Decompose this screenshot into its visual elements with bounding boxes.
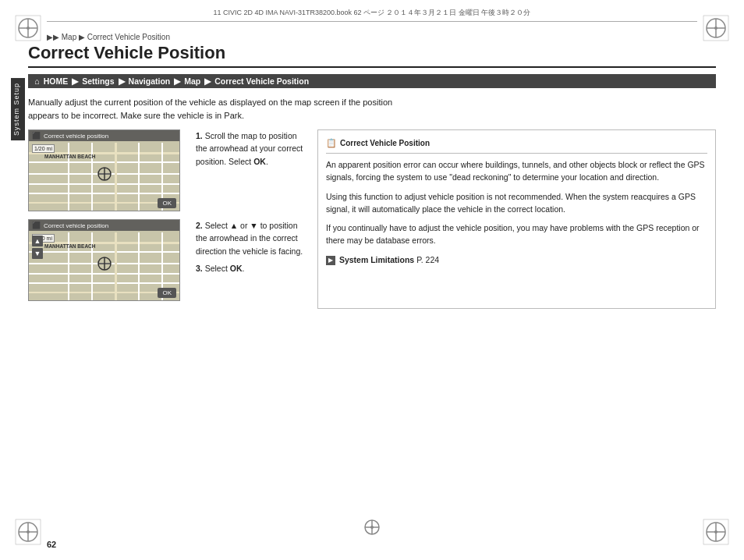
page-number: 62	[47, 540, 56, 549]
map-ok-button-1[interactable]: OK	[158, 198, 176, 208]
step-1-text-area: 1. Scroll the map to position the arrowh…	[196, 129, 305, 172]
system-limitations-link[interactable]: System Limitations	[339, 255, 414, 264]
note-paragraph-1: An apparent position error can occur whe…	[326, 158, 707, 184]
nav-path-bar: ⌂ HOME ▶ Settings ▶ Navigation ▶ Map ▶ C…	[28, 74, 716, 88]
note-box: 📋 Correct Vehicle Position An apparent p…	[317, 129, 716, 309]
nav-home-label: HOME	[44, 76, 69, 86]
page-header-meta: 11 CIVIC 2D 4D IMA NAVI-31TR38200.book 6…	[47, 8, 697, 22]
map-location-label-1: MANHATTAN BEACH	[44, 154, 95, 159]
note-paragraph-3: If you continually have to adjust the ve…	[326, 222, 707, 247]
step-2-3-text-area: 2. Select ▲ or ▼ to position the arrowhe…	[196, 219, 305, 279]
arrow-up-btn[interactable]: ▲	[32, 236, 43, 246]
main-content: Correct Vehicle Position ⌂ HOME ▶ Settin…	[28, 43, 716, 532]
nav-step-4: Correct Vehicle Position	[214, 76, 309, 86]
side-label: System Setup	[11, 78, 25, 140]
map-arrow-controls: ▲ ▼	[32, 236, 43, 259]
note-icon: 📋	[326, 136, 337, 150]
map-icon-2: ⬛	[32, 222, 41, 229]
step-3-text: 3. Select OK.	[196, 262, 305, 275]
corner-decoration-tr	[702, 14, 730, 42]
page-title: Correct Vehicle Position	[28, 43, 716, 68]
arrow-down-btn[interactable]: ▼	[32, 248, 43, 259]
step-2-text: 2. Select ▲ or ▼ to position the arrowhe…	[196, 219, 305, 257]
two-column-layout: ⬛ Correct vehicle position 1/20 mi MANHA…	[28, 129, 716, 309]
map-header-1: ⬛ Correct vehicle position	[29, 130, 179, 141]
map-location-label-2: MANHATTAN BEACH	[44, 243, 95, 249]
nav-step-3: Map	[184, 76, 200, 86]
note-box-header: 📋 Correct Vehicle Position	[326, 136, 707, 154]
map-block-2: ⬛ Correct vehicle position 1/20 mi ▲ ▼	[28, 219, 305, 301]
left-column: ⬛ Correct vehicle position 1/20 mi MANHA…	[28, 129, 305, 309]
system-limitations-page: P. 224	[416, 255, 439, 264]
map-block-1: ⬛ Correct vehicle position 1/20 mi MANHA…	[28, 129, 305, 211]
note-paragraph-2: Using this function to adjust vehicle po…	[326, 190, 707, 216]
map-header-2: ⬛ Correct vehicle position	[29, 220, 179, 231]
breadcrumb-top: ▶▶ Map ▶ Correct Vehicle Position	[47, 33, 170, 41]
intro-text: Manually adjust the current position of …	[28, 96, 402, 122]
map-screenshot-2: ⬛ Correct vehicle position 1/20 mi ▲ ▼	[28, 219, 180, 301]
map-scale-1: 1/20 mi	[32, 144, 55, 153]
nav-step-1: Settings	[82, 76, 114, 86]
step-1-text: 1. Scroll the map to position the arrowh…	[196, 129, 305, 168]
svg-point-8	[714, 27, 717, 30]
nav-step-2: Navigation	[129, 76, 171, 86]
map-icon-1: ⬛	[32, 132, 41, 140]
ref-icon: ▶	[326, 256, 335, 265]
map-screenshot-1: ⬛ Correct vehicle position 1/20 mi MANHA…	[28, 129, 180, 211]
system-limitations-ref: ▶ System Limitations P. 224	[326, 253, 707, 266]
map-ok-button-2[interactable]: OK	[158, 288, 176, 298]
home-icon: ⌂	[34, 76, 40, 86]
corner-decoration-tl	[14, 14, 42, 42]
svg-point-3	[27, 27, 30, 30]
